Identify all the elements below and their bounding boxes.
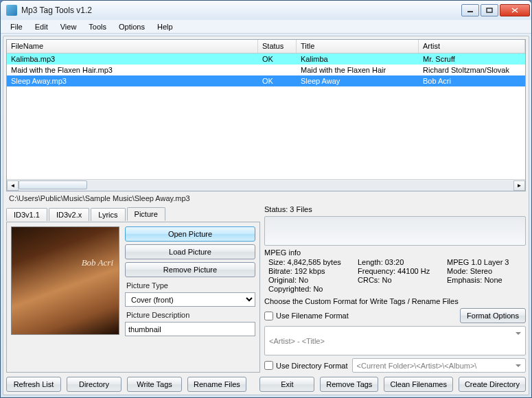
menu-file[interactable]: File: [5, 21, 28, 32]
menu-options[interactable]: Options: [113, 21, 150, 32]
menu-edit[interactable]: Edit: [30, 21, 54, 32]
filename-format-combo[interactable]: <Artist> - <Title>: [264, 326, 526, 355]
col-title[interactable]: Title: [297, 40, 419, 53]
rename-files-button[interactable]: Rename Files: [187, 377, 246, 392]
svg-rect-0: [467, 11, 473, 12]
scroll-left-icon[interactable]: ◄: [7, 180, 19, 191]
close-button[interactable]: [500, 4, 530, 16]
horizontal-scrollbar[interactable]: ◄ ►: [7, 179, 525, 191]
titlebar[interactable]: Mp3 Tag Tools v1.2: [1, 1, 531, 20]
menu-help[interactable]: Help: [152, 21, 178, 32]
maximize-button[interactable]: [481, 4, 498, 16]
create-directory-button[interactable]: Create Directory: [459, 377, 526, 392]
svg-rect-1: [487, 8, 492, 12]
menu-view[interactable]: View: [55, 21, 82, 32]
picture-type-label: Picture Type: [125, 280, 255, 290]
remove-tags-button[interactable]: Remove Tags: [320, 377, 378, 392]
tag-tabs: ID3v1.1 ID3v2.x Lyrics Picture: [6, 205, 260, 220]
exit-button[interactable]: Exit: [259, 377, 314, 392]
table-row[interactable]: Sleep Away.mp3 OK Sleep Away Bob Acri: [7, 75, 525, 86]
picture-desc-label: Picture Description: [125, 309, 255, 319]
col-filename[interactable]: FileName: [7, 40, 258, 53]
grid-header[interactable]: FileName Status Title Artist: [7, 40, 525, 54]
custom-format-label: Choose the Custom Format for Write Tags …: [264, 297, 526, 305]
current-path: C:\Users\Public\Music\Sample Music\Sleep…: [6, 193, 526, 204]
col-artist[interactable]: Artist: [419, 40, 525, 53]
picture-desc-input[interactable]: [125, 322, 255, 336]
write-tags-button[interactable]: Write Tags: [127, 377, 182, 392]
directory-button[interactable]: Directory: [67, 377, 122, 392]
tab-lyrics[interactable]: Lyrics: [91, 208, 125, 221]
refresh-list-button[interactable]: Refresh List: [6, 377, 61, 392]
mpeg-info-grid: Size: 4,842,585 bytes Length: 03:20 MPEG…: [264, 258, 526, 293]
use-filename-checkbox[interactable]: Use Filename Format: [264, 312, 349, 320]
col-status[interactable]: Status: [258, 40, 297, 53]
table-row[interactable]: Maid with the Flaxen Hair.mp3 Maid with …: [7, 65, 525, 75]
picture-type-select[interactable]: Cover (front): [125, 292, 255, 307]
format-options-button[interactable]: Format Options: [460, 308, 526, 323]
menubar: File Edit View Tools Options Help: [1, 20, 531, 34]
use-directory-checkbox[interactable]: Use Directory Format: [264, 361, 348, 370]
minimize-button[interactable]: [461, 4, 479, 16]
file-grid[interactable]: FileName Status Title Artist Kalimba.mp3…: [6, 39, 526, 191]
status-label: Status: 3 Files: [264, 205, 312, 213]
open-picture-button[interactable]: Open Picture: [125, 226, 255, 242]
tab-picture[interactable]: Picture: [127, 207, 165, 221]
app-icon: [6, 5, 17, 16]
remove-picture-button[interactable]: Remove Picture: [125, 262, 255, 277]
tab-id3v2x[interactable]: ID3v2.x: [49, 208, 89, 221]
load-picture-button[interactable]: Load Picture: [125, 244, 255, 259]
tab-id3v11[interactable]: ID3v1.1: [6, 208, 47, 221]
album-art[interactable]: Bob Acri: [11, 226, 119, 335]
table-row[interactable]: Kalimba.mp3 OK Kalimba Mr. Scruff: [7, 54, 525, 65]
scroll-thumb[interactable]: [19, 180, 87, 189]
progress-bar: [264, 216, 526, 246]
directory-format-combo[interactable]: <Current Folder>\<Artist>\<Album>\: [352, 358, 526, 373]
menu-tools[interactable]: Tools: [83, 21, 112, 32]
clean-filenames-button[interactable]: Clean Filenames: [384, 377, 453, 392]
scroll-right-icon[interactable]: ►: [513, 180, 525, 191]
window-title: Mp3 Tag Tools v1.2: [21, 5, 460, 15]
mpeg-info-title: MPEG info: [264, 248, 526, 257]
